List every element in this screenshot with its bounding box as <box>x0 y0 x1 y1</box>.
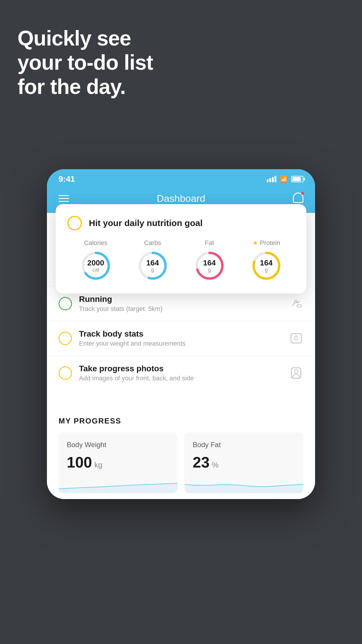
photos-title: Take progress photos <box>79 364 289 373</box>
status-time: 9:41 <box>59 174 75 184</box>
calories-label: Calories <box>84 239 108 247</box>
photos-circle <box>59 366 72 380</box>
running-icon <box>289 296 303 311</box>
battery-icon <box>291 176 303 182</box>
carbs-chart: 164 g <box>137 250 169 282</box>
progress-header: MY PROGRESS <box>59 416 303 426</box>
body-weight-chart <box>59 476 178 493</box>
body-weight-unit: kg <box>94 461 102 470</box>
nutrition-check-circle <box>67 216 82 230</box>
app-content: THINGS TO DO TODAY Hit your daily nutrit… <box>47 213 315 499</box>
star-icon: ★ <box>252 239 258 247</box>
person-icon <box>289 366 303 380</box>
carbs-label: Carbs <box>144 239 161 247</box>
body-fat-chart <box>184 476 303 493</box>
wifi-icon: 📶 <box>280 175 288 183</box>
body-weight-title: Body Weight <box>67 441 169 449</box>
running-subtitle: Track your stats (target: 5km) <box>79 305 289 313</box>
running-title: Running <box>79 295 289 304</box>
body-stats-subtitle: Enter your weight and measurements <box>79 340 289 347</box>
running-text: Running Track your stats (target: 5km) <box>79 295 289 313</box>
body-weight-value: 100 kg <box>67 454 169 471</box>
calories-chart: 2000 cal <box>80 250 112 282</box>
body-fat-unit: % <box>212 461 219 470</box>
fat-chart: 164 g <box>194 250 226 282</box>
photos-subtitle: Add images of your front, back, and side <box>79 374 289 382</box>
status-bar: 9:41 📶 <box>47 169 315 187</box>
header-title: Dashboard <box>157 193 205 204</box>
body-fat-number: 23 <box>193 454 210 471</box>
scale-icon <box>289 331 303 346</box>
photos-text: Take progress photos Add images of your … <box>79 364 289 382</box>
protein-label: ★ Protein <box>252 239 280 247</box>
todo-item-body-stats[interactable]: Track body stats Enter your weight and m… <box>47 321 315 356</box>
nutrition-card: Hit your daily nutrition goal Calories 2… <box>56 204 306 293</box>
body-fat-card: Body Fat 23 % <box>184 433 303 493</box>
todo-item-photos[interactable]: Take progress photos Add images of your … <box>47 356 315 390</box>
nutrition-card-title: Hit your daily nutrition goal <box>89 218 203 228</box>
status-icons: 📶 <box>267 175 303 183</box>
progress-section: MY PROGRESS Body Weight 100 kg <box>47 405 315 499</box>
body-fat-value: 23 % <box>193 454 295 471</box>
body-stats-text: Track body stats Enter your weight and m… <box>79 329 289 347</box>
protein-chart: 164 g <box>250 250 282 282</box>
signal-icon <box>267 176 276 182</box>
body-stats-circle <box>59 332 72 345</box>
menu-button[interactable] <box>59 195 69 202</box>
progress-cards: Body Weight 100 kg Body Fat <box>59 433 303 493</box>
nutrition-protein: ★ Protein 164 g <box>250 239 282 282</box>
body-weight-number: 100 <box>67 454 92 471</box>
nutrition-circles: Calories 2000 cal Carbs <box>67 239 295 282</box>
notifications-button[interactable] <box>293 192 303 204</box>
body-weight-card: Body Weight 100 kg <box>59 433 178 493</box>
svg-point-14 <box>294 370 298 373</box>
nutrition-carbs: Carbs 164 g <box>137 239 169 282</box>
body-stats-title: Track body stats <box>79 329 289 339</box>
headline: Quickly see your to-do list for the day. <box>17 26 153 99</box>
nutrition-fat: Fat 164 g <box>194 239 226 282</box>
svg-point-11 <box>294 337 298 340</box>
nutrition-calories: Calories 2000 cal <box>80 239 112 282</box>
svg-point-8 <box>297 305 302 307</box>
fat-label: Fat <box>205 239 214 247</box>
body-fat-title: Body Fat <box>193 441 295 449</box>
running-circle <box>59 297 72 310</box>
phone-frame: 9:41 📶 Dashboard THINGS TO D <box>47 169 315 499</box>
